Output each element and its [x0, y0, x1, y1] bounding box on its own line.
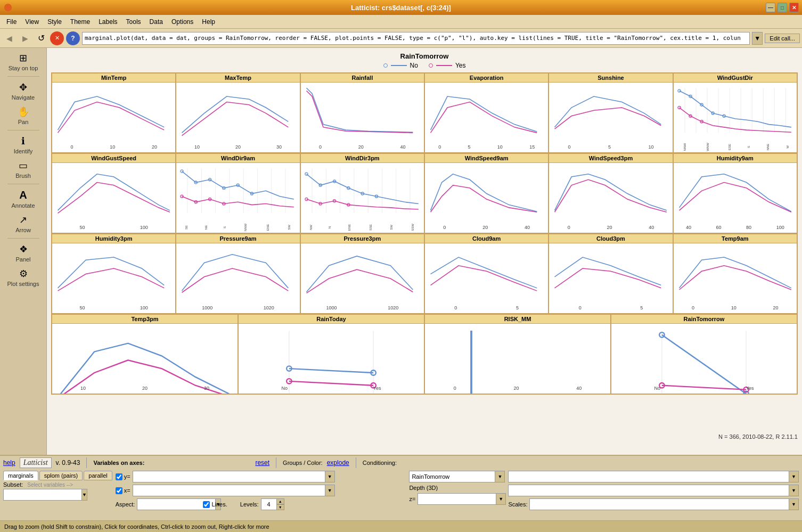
command-dropdown-arrow[interactable]: ▼ — [752, 32, 763, 45]
subset-input[interactable] — [3, 489, 82, 501]
levels-up-button[interactable]: ▲ — [277, 498, 284, 504]
plot-cell-mintemp: MinTemp 01020 — [52, 73, 176, 153]
menu-file[interactable]: File — [2, 17, 21, 27]
x-input[interactable] — [133, 485, 325, 496]
tab-marginals[interactable]: marginals — [3, 471, 38, 480]
levels-value[interactable] — [261, 498, 277, 510]
conditioning-dropdown-arrow[interactable]: ▼ — [789, 471, 799, 482]
y-dropdown-arrow[interactable]: ▼ — [325, 471, 335, 482]
navigate-icon: ✥ — [19, 81, 27, 93]
menu-theme[interactable]: Theme — [66, 17, 94, 27]
plot-xaxis-cloud3pm: 05 — [549, 302, 672, 313]
plot-xaxis-winddir9am: SE NE S NNW ENE SW — [176, 222, 299, 233]
conditioning-input[interactable] — [508, 471, 789, 482]
tab-splom[interactable]: splom (pairs) — [39, 471, 83, 480]
x-label: x= — [124, 487, 130, 494]
minimize-button[interactable]: — — [766, 3, 775, 12]
plot-cell-cloud9am: Cloud9am 05 — [424, 234, 549, 314]
menu-view[interactable]: View — [21, 17, 43, 27]
sidebar-tool-pan[interactable]: ✋ Pan — [2, 104, 45, 127]
y-checkbox[interactable] — [116, 473, 122, 480]
maximize-button[interactable]: □ — [778, 3, 787, 12]
plot-cell-humidity9am: Humidity9am 406080100 — [673, 153, 797, 233]
subset-combo: ▼ — [3, 489, 78, 501]
menu-style[interactable]: Style — [43, 17, 66, 27]
plot-title-maxtemp: MaxTemp — [176, 73, 299, 83]
z-dropdown-arrow[interactable]: ▼ — [496, 493, 506, 505]
legend-yes-line — [436, 65, 452, 66]
sidebar-tool-annotate[interactable]: A Annotate — [2, 187, 45, 211]
close-button[interactable]: ✕ — [789, 3, 799, 12]
levels-spin-buttons: ▲ ▼ — [277, 498, 284, 510]
plot-svg-windspeed9am — [425, 166, 548, 222]
sidebar-tool-navigate[interactable]: ✥ Navigate — [2, 79, 45, 103]
pan-label: Pan — [18, 119, 29, 125]
groups-input[interactable] — [409, 471, 495, 482]
sidebar-tool-stay-on-top[interactable]: ⊞ Stay on top — [2, 50, 45, 73]
plot-svg-sunshine — [549, 85, 672, 141]
groups-combo: ▼ — [409, 471, 505, 482]
scales-input[interactable] — [529, 498, 789, 510]
plot-xaxis-pressure9am: 10001020 — [176, 302, 299, 313]
plot-title-windgustspeed: WindGustSpeed — [52, 154, 175, 163]
menu-data[interactable]: Data — [145, 17, 167, 27]
stay-on-top-label: Stay on top — [9, 65, 38, 71]
plot-title-raintoday: RainToday — [239, 315, 424, 324]
z-input[interactable] — [418, 493, 496, 505]
menu-labels[interactable]: Labels — [94, 17, 121, 27]
tab-parallel[interactable]: parallel — [84, 471, 112, 480]
plot-svg-windspeed3pm — [549, 166, 672, 222]
command-input[interactable] — [82, 32, 750, 45]
sidebar-tool-identify[interactable]: ℹ Identify — [2, 133, 45, 157]
menu-help[interactable]: Help — [198, 17, 219, 27]
title-bar-close-left[interactable] — [4, 4, 12, 11]
conditioning-dropdown-arrow2[interactable]: ▼ — [789, 485, 799, 496]
x-checkbox[interactable] — [116, 487, 122, 494]
plot-grid-row3: Humidity3pm 50100 Pressure9am 10001020 — [51, 234, 798, 314]
menu-tools[interactable]: Tools — [122, 17, 145, 27]
sidebar-tool-arrow[interactable]: ↗ Arrow — [2, 212, 45, 235]
lines-checkbox-label: Lines. — [203, 501, 227, 508]
edit-call-button[interactable]: Edit call... — [765, 34, 800, 43]
help-link[interactable]: help — [3, 459, 15, 466]
panel-label: Panel — [15, 256, 30, 263]
separator-2 — [276, 457, 276, 468]
refresh-button[interactable]: ↺ — [34, 31, 48, 45]
x-row: x= ▼ — [116, 485, 406, 496]
sidebar-divider-1 — [7, 76, 39, 77]
plot-title-evaporation: Evaporation — [425, 73, 548, 83]
menu-options[interactable]: Options — [167, 17, 198, 27]
sidebar-divider-2 — [7, 130, 39, 130]
plot-title-humidity9am: Humidity9am — [674, 154, 797, 163]
sidebar-tool-plot-settings[interactable]: ⚙ Plot settings — [2, 266, 45, 289]
stop-button[interactable]: ✕ — [50, 31, 64, 45]
x-dropdown-arrow[interactable]: ▼ — [325, 485, 335, 496]
reset-link[interactable]: reset — [255, 459, 269, 466]
groups-dropdown-arrow[interactable]: ▼ — [495, 471, 505, 482]
panel-icon: ❖ — [19, 243, 28, 255]
plot-xaxis-raintoday: NoYes — [239, 383, 424, 394]
bottom-row1: help Latticist v. 0.9-43 Variables on ax… — [0, 456, 802, 470]
levels-down-button[interactable]: ▼ — [277, 504, 284, 510]
forward-button[interactable]: ▶ — [18, 31, 32, 45]
help-button[interactable]: ? — [66, 31, 80, 45]
explode-link[interactable]: explode — [327, 459, 349, 466]
y-input[interactable] — [133, 471, 325, 482]
lines-checkbox[interactable] — [203, 501, 210, 508]
sidebar-tool-brush[interactable]: ▭ Brush — [2, 158, 45, 181]
sidebar-tool-panel[interactable]: ❖ Panel — [2, 241, 45, 265]
legend-no-label: No — [410, 62, 418, 69]
y-combo: ▼ — [133, 471, 335, 482]
svg-point-15 — [678, 106, 681, 109]
subset-dropdown-arrow[interactable]: ▼ — [82, 489, 87, 501]
back-button[interactable]: ◀ — [2, 31, 16, 45]
plot-cell-winddir3pm: WindDir3pm — [300, 153, 424, 233]
conditioning-input2[interactable] — [508, 485, 789, 496]
plot-title-windgustdir: WindGustDir — [674, 73, 797, 83]
plot-xaxis-pressure3pm: 10001020 — [301, 302, 424, 313]
scales-dropdown-arrow[interactable]: ▼ — [789, 498, 799, 510]
aspect-row: Aspect: ▼ Lines. Levels: ▲ ▼ — [116, 498, 406, 510]
latticist-logo[interactable]: Latticist — [20, 457, 52, 468]
plot-xaxis-raintomorrow: NoYes — [611, 383, 797, 394]
y-checkbox-label: y= — [116, 473, 130, 480]
